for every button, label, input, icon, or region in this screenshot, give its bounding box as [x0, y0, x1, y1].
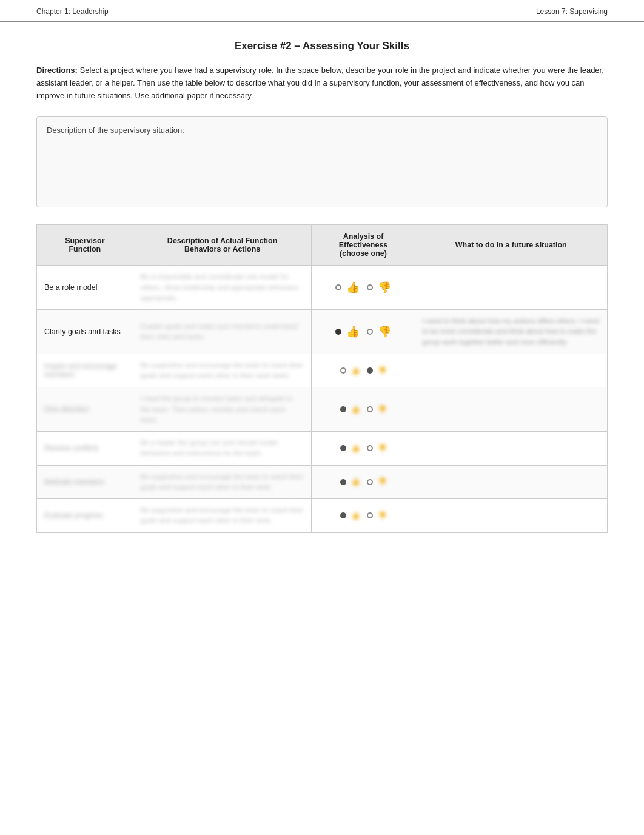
table-row: Evaluate progress Be supportive and enco…	[37, 499, 608, 533]
future-cell	[415, 354, 607, 387]
thumbup-icon: 👍	[351, 404, 360, 415]
radio-thumbdown	[367, 367, 373, 374]
radio-thumbdown	[367, 512, 373, 518]
thumbdown-option[interactable]: 👎	[367, 404, 386, 415]
page-content: Exercise #2 – Assessing Your Skills Dire…	[0, 22, 644, 557]
analysis-cell[interactable]: 👍 👎	[312, 432, 415, 466]
thumbdown-option[interactable]: 👎	[367, 511, 386, 521]
thumbup-icon: 👍	[351, 366, 360, 376]
future-blurred: I need to think about how my actions aff…	[423, 317, 599, 346]
radio-thumbup	[335, 284, 341, 290]
icon-row: 👍 👎	[319, 325, 407, 338]
table-row: Inspire and encourage members Be support…	[37, 354, 608, 387]
radio-thumbdown	[367, 406, 373, 412]
table-row: Resolve conflicts Be a leader the group …	[37, 432, 608, 466]
description-cell: Be a leader the group can and should mod…	[133, 432, 312, 466]
description-cell: I need the group to monitor tasks and de…	[133, 387, 312, 432]
thumbup-option[interactable]: 👍	[340, 443, 360, 454]
thumbup-icon: 👍	[346, 281, 360, 294]
radio-thumbup	[340, 479, 346, 485]
function-label: Clarify goals and tasks	[44, 327, 121, 336]
table-header-row: SupervisorFunction Description of Actual…	[37, 225, 608, 266]
description-blurred: Be a responsible and considerate role mo…	[141, 273, 298, 301]
thumbdown-icon: 👎	[378, 325, 391, 338]
thumbup-option[interactable]: 👍	[335, 281, 360, 294]
function-cell: Resolve conflicts	[37, 432, 133, 466]
function-label-blurred: Give direction	[44, 405, 89, 414]
thumbup-option[interactable]: 👍	[335, 325, 360, 338]
table-row: Give direction I need the group to monit…	[37, 387, 608, 432]
thumbup-option[interactable]: 👍	[340, 511, 360, 521]
thumbup-icon: 👍	[351, 443, 360, 454]
radio-thumbdown	[367, 445, 373, 451]
table-row: Clarify goals and tasks Explain goals an…	[37, 310, 608, 354]
future-cell	[415, 432, 607, 466]
description-cell: Explain goals and make sure members unde…	[133, 310, 312, 354]
page-header: Chapter 1: Leadership Lesson 7: Supervis…	[0, 0, 644, 22]
radio-thumbdown	[367, 284, 373, 290]
function-cell: Evaluate progress	[37, 499, 133, 533]
thumbup-option[interactable]: 👍	[340, 404, 360, 415]
analysis-cell[interactable]: 👍 👎	[312, 310, 415, 354]
function-label: Be a role model	[44, 283, 98, 292]
function-label-blurred: Inspire and encourage members	[44, 362, 116, 379]
directions-label: Directions:	[36, 65, 78, 75]
description-blurred: Be supportive and encourage the team to …	[141, 361, 304, 379]
radio-thumbdown	[367, 479, 373, 485]
thumbup-icon: 👍	[351, 511, 360, 521]
directions-text: Select a project where you have had a su…	[36, 65, 604, 100]
analysis-cell[interactable]: 👍 👎	[312, 354, 415, 387]
thumbdown-option[interactable]: 👎	[367, 366, 386, 376]
future-cell	[415, 499, 607, 533]
lesson-label: Lesson 7: Supervising	[536, 7, 608, 16]
description-box[interactable]: Description of the supervisory situation…	[36, 116, 608, 207]
analysis-cell[interactable]: 👍 👎	[312, 266, 415, 310]
icon-row: 👍 👎	[319, 404, 407, 415]
analysis-cell[interactable]: 👍 👎	[312, 387, 415, 432]
function-label-blurred: Motivate members	[44, 478, 104, 486]
thumbdown-option[interactable]: 👎	[367, 281, 391, 294]
future-cell	[415, 387, 607, 432]
thumbdown-icon: 👎	[378, 443, 386, 454]
thumbdown-option[interactable]: 👎	[367, 477, 386, 487]
radio-thumbup	[340, 512, 346, 518]
function-cell: Clarify goals and tasks	[37, 310, 133, 354]
chapter-label: Chapter 1: Leadership	[36, 7, 109, 16]
description-blurred: Be supportive and encourage the team to …	[141, 473, 304, 491]
analysis-cell[interactable]: 👍 👎	[312, 465, 415, 499]
col-header-future: What to do in a future situation	[415, 225, 607, 266]
col-header-analysis: Analysis ofEffectiveness(choose one)	[312, 225, 415, 266]
thumbdown-icon: 👎	[378, 511, 386, 521]
exercise-title: Exercise #2 – Assessing Your Skills	[36, 40, 608, 52]
analysis-cell[interactable]: 👍 👎	[312, 499, 415, 533]
table-row: Motivate members Be supportive and encou…	[37, 465, 608, 499]
description-blurred: Be supportive and encourage the team to …	[141, 506, 304, 524]
thumbdown-option[interactable]: 👎	[367, 443, 386, 454]
function-cell: Give direction	[37, 387, 133, 432]
description-cell: Be supportive and encourage the team to …	[133, 499, 312, 533]
col-header-description: Description of Actual FunctionBehaviors …	[133, 225, 312, 266]
future-cell	[415, 465, 607, 499]
icon-row: 👍 👎	[319, 281, 407, 294]
description-blurred: I need the group to monitor tasks and de…	[141, 395, 293, 423]
function-cell: Inspire and encourage members	[37, 354, 133, 387]
thumbup-icon: 👍	[346, 325, 360, 338]
function-cell: Motivate members	[37, 465, 133, 499]
skills-table: SupervisorFunction Description of Actual…	[36, 224, 608, 532]
radio-thumbup	[340, 445, 346, 451]
icon-row: 👍 👎	[319, 477, 407, 487]
radio-thumbup	[335, 329, 341, 335]
thumbdown-option[interactable]: 👎	[367, 325, 391, 338]
description-blurred: Explain goals and make sure members unde…	[141, 323, 298, 340]
thumbup-option[interactable]: 👍	[340, 477, 360, 487]
directions-block: Directions: Select a project where you h…	[36, 64, 608, 102]
function-cell: Be a role model	[37, 266, 133, 310]
icon-row: 👍 👎	[319, 366, 407, 376]
thumbup-option[interactable]: 👍	[340, 366, 360, 376]
description-cell: Be supportive and encourage the team to …	[133, 354, 312, 387]
thumbup-icon: 👍	[351, 477, 360, 487]
description-cell: Be a responsible and considerate role mo…	[133, 266, 312, 310]
col-header-function: SupervisorFunction	[37, 225, 133, 266]
description-blurred: Be a leader the group can and should mod…	[141, 439, 278, 457]
icon-row: 👍 👎	[319, 511, 407, 521]
